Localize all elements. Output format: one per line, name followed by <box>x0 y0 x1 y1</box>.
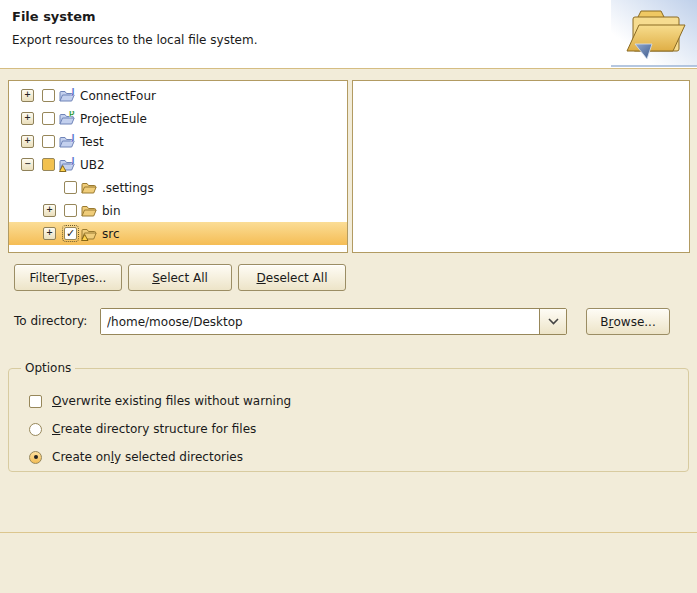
checkbox-checked[interactable] <box>64 227 77 240</box>
folder-warning-icon <box>81 226 97 242</box>
tree-row-settings[interactable]: .settings <box>9 176 347 199</box>
dropdown-arrow-icon[interactable] <box>539 309 566 334</box>
tree-row-connectfour[interactable]: + J ConnectFour <box>9 84 347 107</box>
java-project-folder-icon: J <box>59 88 75 104</box>
overwrite-option-label: Overwrite existing files without warning <box>52 394 291 408</box>
tree-item-label: UB2 <box>80 158 105 172</box>
create-selected-option[interactable]: Create only selected directories <box>21 443 678 471</box>
expand-spacer <box>43 181 56 194</box>
create-structure-option-label: Create directory structure for files <box>52 422 256 436</box>
tree-item-label: bin <box>102 204 121 218</box>
checkbox[interactable] <box>29 395 42 408</box>
page-title: File system <box>12 9 96 24</box>
checkbox-grayed[interactable] <box>42 158 55 171</box>
folder-icon <box>81 203 97 219</box>
directory-input[interactable] <box>101 309 539 334</box>
java-project-folder-warning-icon: J <box>59 157 75 173</box>
to-directory-label: To directory: <box>14 314 87 328</box>
checkbox[interactable] <box>42 112 55 125</box>
expand-toggle-icon[interactable]: + <box>21 112 34 125</box>
java-project-folder-icon: J <box>59 134 75 150</box>
tree-row-projecteule[interactable]: + P ProjectEule <box>9 107 347 130</box>
tree-item-label: ConnectFour <box>80 89 156 103</box>
tree-row-bin[interactable]: + bin <box>9 199 347 222</box>
tree-item-label: src <box>102 227 120 241</box>
filter-types-button[interactable]: Filter Types... <box>14 264 122 291</box>
tree-row-test[interactable]: + J Test <box>9 130 347 153</box>
wizard-header: File system Export resources to the loca… <box>0 0 697 69</box>
checkbox[interactable] <box>64 204 77 217</box>
browse-button[interactable]: Browse... <box>586 308 670 335</box>
checkbox[interactable] <box>64 181 77 194</box>
resource-tree[interactable]: + J ConnectFour + P ProjectEule + J <box>8 80 348 253</box>
checkbox[interactable] <box>42 89 55 102</box>
file-list-panel[interactable] <box>352 80 690 253</box>
wizard-button-bar: ? < Back Next > Cancel Finish <box>0 532 697 593</box>
tree-row-ub2[interactable]: − J UB2 <box>9 153 347 176</box>
select-all-button[interactable]: Select All <box>128 264 232 291</box>
svg-text:P: P <box>69 111 75 119</box>
tree-item-label: Test <box>80 135 104 149</box>
create-structure-option[interactable]: Create directory structure for files <box>21 415 678 443</box>
options-legend: Options <box>21 361 75 375</box>
svg-text:J: J <box>71 157 75 165</box>
folder-icon <box>81 180 97 196</box>
tree-item-label: ProjectEule <box>80 112 147 126</box>
checkbox[interactable] <box>42 135 55 148</box>
svg-text:J: J <box>71 134 75 142</box>
overwrite-option[interactable]: Overwrite existing files without warning <box>21 387 678 415</box>
export-folder-banner-icon <box>611 0 697 68</box>
expand-toggle-icon[interactable]: + <box>21 89 34 102</box>
radio-button[interactable] <box>29 423 42 436</box>
expand-toggle-icon[interactable]: + <box>21 135 34 148</box>
tree-item-label: .settings <box>102 181 154 195</box>
options-group: Options Overwrite existing files without… <box>8 361 689 472</box>
svg-text:J: J <box>71 88 75 96</box>
radio-button-selected[interactable] <box>29 451 42 464</box>
page-subtitle: Export resources to the local file syste… <box>12 33 258 47</box>
project-folder-icon: P <box>59 111 75 127</box>
directory-combo[interactable] <box>100 308 567 335</box>
expand-toggle-icon[interactable]: + <box>43 227 56 240</box>
create-selected-option-label: Create only selected directories <box>52 450 243 464</box>
expand-toggle-icon[interactable]: + <box>43 204 56 217</box>
deselect-all-button[interactable]: Deselect All <box>238 264 346 291</box>
collapse-toggle-icon[interactable]: − <box>21 158 34 171</box>
tree-row-src[interactable]: + src <box>9 222 347 245</box>
